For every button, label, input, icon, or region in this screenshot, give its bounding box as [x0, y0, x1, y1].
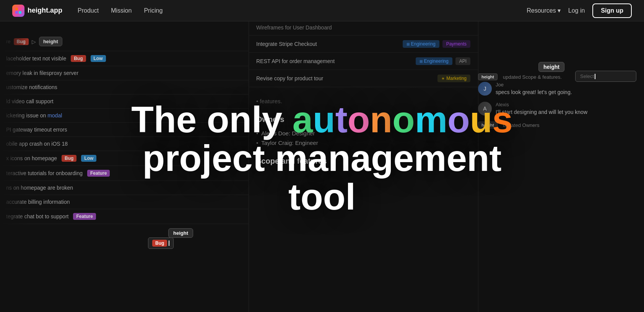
bug-badge: Bug: [62, 155, 76, 162]
middle-panel: Wireframes for User Dashboard Integrate …: [249, 21, 478, 312]
bug-tag: Bug: [14, 38, 29, 45]
logo[interactable]: height.app: [12, 5, 62, 17]
svg-rect-0: [15, 8, 18, 10]
svg-rect-2: [15, 11, 18, 14]
chat-updated-1: updated Scope & features.: [503, 74, 562, 80]
marketing-badge: ☀ Marketing: [437, 75, 470, 82]
low-badge: Low: [81, 155, 96, 162]
svg-rect-3: [19, 11, 21, 14]
table-row: REST API for order management ⊞ Engineer…: [249, 53, 478, 70]
table-row: Wireframes for User Dashboard: [249, 21, 478, 36]
table-row: x icons on homepage Bug Low: [0, 151, 249, 166]
feature-badge: Feature: [87, 170, 110, 177]
features-label: • features.: [256, 95, 470, 107]
select-placeholder: Select: [580, 73, 594, 79]
nav-mission[interactable]: Mission: [111, 7, 132, 14]
nav-right: Resources ▾ Log in Sign up: [527, 3, 632, 18]
table-row: Revise copy for product tour ☀ Marketing: [249, 70, 478, 87]
table-row: laceholder text not visible Bug Low: [0, 51, 249, 66]
height-badge-2: height: [478, 122, 498, 128]
nav-links: Product Mission Pricing: [78, 7, 527, 14]
table-row: obile app crash on iOS 18: [0, 137, 249, 151]
engineering-badge: ⊞ Engineering: [416, 57, 452, 65]
table-row: tegrate chat bot to support Feature: [0, 209, 249, 224]
left-panel: re Bug ▷ height laceholder text not visi…: [0, 21, 249, 312]
feature-badge: Feature: [73, 213, 96, 220]
logo-icon: [12, 5, 24, 17]
scope-section: Scope and features: [256, 157, 470, 166]
list-item: • Alexis Doe: Designer: [256, 128, 470, 138]
right-spacer: [472, 21, 644, 67]
top-tags-row: re Bug ▷ height: [0, 32, 249, 51]
api-badge: API: [455, 57, 470, 65]
table-row: teractive tutorials for onboarding Featu…: [0, 166, 249, 181]
nav-resources[interactable]: Resources ▾: [527, 7, 560, 14]
chat-message-alexis: I'll start designing and will let you kn…: [496, 109, 587, 115]
navigation: height.app Product Mission Pricing Resou…: [0, 0, 644, 21]
list-item: • Taylor Craig: Engineer: [256, 138, 470, 148]
nav-pricing[interactable]: Pricing: [144, 7, 163, 14]
right-height-tooltip: height: [538, 62, 564, 72]
table-row: ickering issue on modal: [0, 109, 249, 123]
left-height-tooltip: height: [39, 37, 62, 46]
text-cursor: [595, 74, 595, 79]
table-row: emory leak in filesproxy server: [0, 66, 249, 80]
scope-title: Scope and features: [256, 157, 470, 166]
payments-badge: Payments: [442, 40, 470, 48]
nav-login[interactable]: Log in: [568, 7, 585, 14]
logo-text: height.app: [28, 6, 62, 15]
nav-signup-button[interactable]: Sign up: [592, 3, 632, 18]
chat-system-row-2: height updated Owners: [478, 122, 638, 128]
table-row: ld video call support: [0, 94, 249, 109]
chat-body-joe: Joe specs look great! let's get going.: [496, 82, 572, 95]
table-row: Integrate Stripe Checkout ⊞ Engineering …: [249, 36, 478, 53]
chat-message-joe: specs look great! let's get going.: [496, 89, 572, 95]
table-row: ustomize notifications: [0, 80, 249, 94]
table-row: PI gateway timeout errors: [0, 123, 249, 137]
cursor-indicator: ▷: [32, 39, 36, 45]
height-badge-1: height: [478, 73, 498, 80]
mid-left-bug-input: Bug: [148, 237, 174, 249]
table-row: ns on homepage are broken: [0, 181, 249, 195]
avatar-alexis: A: [478, 102, 492, 115]
owners-section: Owners • Alexis Doe: Designer • Taylor C…: [256, 115, 470, 148]
low-badge: Low: [91, 55, 106, 62]
chat-name-joe: Joe: [496, 82, 572, 88]
chat-body-alexis: Alexis I'll start designing and will let…: [496, 102, 587, 115]
chat-updated-2: updated Owners: [503, 122, 539, 128]
nav-product[interactable]: Product: [78, 7, 99, 14]
mid-left-height-badge: height: [168, 228, 193, 238]
bug-tag-small: Bug: [152, 240, 167, 247]
avatar-joe: J: [478, 82, 492, 96]
re-label: re: [6, 39, 11, 44]
chat-item-alexis: A Alexis I'll start designing and will l…: [478, 102, 638, 115]
right-select-input[interactable]: Select: [575, 71, 636, 82]
text-cursor: [169, 240, 169, 246]
owners-title: Owners: [256, 115, 470, 124]
chat-name-alexis: Alexis: [496, 102, 587, 107]
table-row: accurate billing information: [0, 195, 249, 209]
engineering-badge: ⊞ Engineering: [403, 40, 439, 48]
svg-rect-1: [19, 8, 21, 10]
middle-detail: • features. Owners • Alexis Doe: Designe…: [249, 87, 478, 173]
chat-item-joe: J Joe specs look great! let's get going.: [478, 82, 638, 96]
bug-badge: Bug: [71, 55, 86, 62]
